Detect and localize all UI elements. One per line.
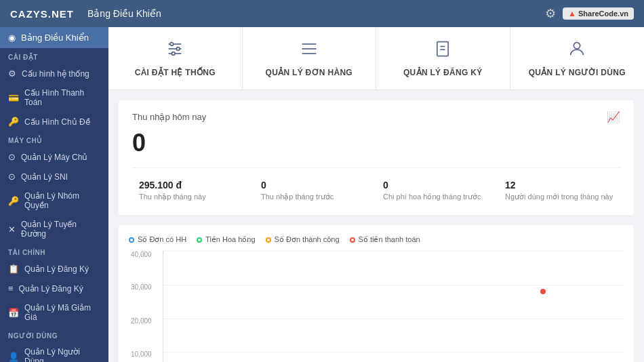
sidebar-item-label: Cấu hình hệ thống xyxy=(22,69,89,79)
chart-red-dot xyxy=(540,289,546,294)
stat-value-3: 12 xyxy=(505,180,613,190)
section-title-maychu: MÁY CHỦ xyxy=(0,132,108,147)
chart-svg xyxy=(163,251,624,362)
sidebar-item-label: Bảng Điều Khiển xyxy=(21,33,89,43)
sharecode-text: ▲ xyxy=(568,9,576,18)
sidebar-item-label: Cấu Hình Thanh Toán xyxy=(24,88,100,107)
legend-label-3: Số tiền thanh toán xyxy=(359,235,420,244)
main-layout: ◉ Bảng Điều Khiển CÀI ĐẶT ⚙ Cấu hình hệ … xyxy=(0,27,644,362)
sidebar-item-qlmagiamgia[interactable]: 📅 Quản Lý Mã Giảm Giá xyxy=(0,298,108,327)
card-nguoidung[interactable]: QUẢN LÝ NGƯỜI DÙNG xyxy=(510,27,645,89)
svg-point-12 xyxy=(574,43,580,49)
sni-icon: ⊙ xyxy=(8,172,16,182)
stat-label-1: Thu nhập tháng trước xyxy=(261,193,369,201)
user-card-icon xyxy=(567,39,586,62)
stat-item-0: 295.100 đ Thu nhập tháng này xyxy=(132,176,254,205)
settings-card-icon xyxy=(165,39,184,62)
income-value: 0 xyxy=(132,129,620,157)
card-label-nguoidung: QUẢN LÝ NGƯỜI DÙNG xyxy=(529,68,626,77)
header: CAZYS.NET Bảng Điều Khiển ⚙ ▲ ShareCode.… xyxy=(0,0,644,27)
sidebar-item-qlsni[interactable]: ⊙ Quản Lý SNI xyxy=(0,167,108,186)
section-title-taichinh: TÀI CHÍNH xyxy=(0,243,108,259)
sharecode-label: ShareCode.vn xyxy=(578,9,628,18)
legend-dot-2 xyxy=(266,237,271,243)
y-label-20000: 20,000 xyxy=(131,317,152,325)
sidebar-item-label: Quản Lý Đăng Ký xyxy=(24,264,89,274)
card-dangky[interactable]: QUẢN LÝ ĐĂNG KÝ xyxy=(376,27,510,89)
svg-point-4 xyxy=(177,47,180,51)
trend-icon: 📈 xyxy=(607,110,620,123)
sidebar: ◉ Bảng Điều Khiển CÀI ĐẶT ⚙ Cấu hình hệ … xyxy=(0,27,108,362)
legend-item-2: Số Đơn thành công xyxy=(266,235,340,244)
card-label-caidat: CÀI ĐẶT HỆ THỐNG xyxy=(135,68,216,77)
legend-item-3: Số tiền thanh toán xyxy=(350,235,420,244)
income-section: Thu nhập hôm nay 📈 0 295.100 đ Thu nhập … xyxy=(119,100,634,215)
list-icon: ≡ xyxy=(8,283,14,294)
section-title-nguoidung: NGƯỜI DÙNG xyxy=(0,327,108,342)
legend-label-2: Số Đơn thành công xyxy=(275,235,340,244)
svg-point-3 xyxy=(170,43,174,46)
stat-label-2: Chi phí hoa hồng tháng trước xyxy=(383,193,491,201)
legend-item-1: Tiền Hoa hồng xyxy=(197,235,256,244)
gear-icon[interactable]: ⚙ xyxy=(545,6,556,21)
card-caidat[interactable]: CÀI ĐẶT HỆ THỐNG xyxy=(108,27,243,89)
sidebar-item-label: Quản Lý SNI xyxy=(21,172,68,182)
user-icon: 👤 xyxy=(8,352,19,362)
income-stats: 295.100 đ Thu nhập tháng này 0 Thu nhập … xyxy=(132,167,620,205)
dashboard-icon: ◉ xyxy=(8,33,16,43)
sidebar-item-qlnguoidung[interactable]: 👤 Quản Lý Người Dùng xyxy=(0,342,108,362)
sidebar-item-label: Quản Lý Mã Giảm Giá xyxy=(24,303,100,322)
stat-value-1: 0 xyxy=(261,180,369,190)
svg-point-5 xyxy=(172,52,176,56)
sidebar-item-chude[interactable]: 🔑 Cấu Hình Chủ Đề xyxy=(0,112,108,132)
chart-wrapper: 40,000 30,000 20,000 10,000 xyxy=(163,251,624,362)
stat-label-3: Người dùng mới trong tháng này xyxy=(505,193,613,201)
sidebar-item-qlmaychu[interactable]: ⊙ Quản Lý Máy Chủ xyxy=(0,147,108,167)
legend-dot-3 xyxy=(350,237,355,243)
dashboard: Thu nhập hôm nay 📈 0 295.100 đ Thu nhập … xyxy=(108,90,644,362)
sharecode-badge: ▲ ShareCode.vn xyxy=(563,7,634,20)
sidebar-item-label: Quản Lý Đăng Ký xyxy=(19,284,83,294)
group-icon: 🔑 xyxy=(8,196,19,206)
stat-value-0: 295.100 đ xyxy=(139,180,247,190)
income-label-text: Thu nhập hôm nay xyxy=(132,112,206,122)
sidebar-item-label: Cấu Hình Chủ Đề xyxy=(24,117,90,127)
key-icon: 🔑 xyxy=(8,117,19,127)
coupon-icon: 📅 xyxy=(8,308,19,318)
sidebar-item-thanhtoan[interactable]: 💳 Cấu Hình Thanh Toán xyxy=(0,83,108,112)
sidebar-item-label: Quản Lý Tuyến Đường xyxy=(21,220,100,239)
sidebar-item-qltuyenduong[interactable]: ✕ Quản Lý Tuyến Đường xyxy=(0,215,108,243)
stat-value-2: 0 xyxy=(383,180,491,190)
logo: CAZYS.NET xyxy=(10,8,74,20)
sidebar-item-qldangky2[interactable]: ≡ Quản Lý Đăng Ký xyxy=(0,279,108,298)
sidebar-item-dashboard[interactable]: ◉ Bảng Điều Khiển xyxy=(0,27,108,48)
order-card-icon xyxy=(300,39,319,62)
legend-item-0: Số Đơn có HH xyxy=(129,235,186,244)
sidebar-item-qldangky1[interactable]: 📋 Quản Lý Đăng Ký xyxy=(0,259,108,279)
register-icon: 📋 xyxy=(8,264,19,274)
sidebar-item-label: Quản Lý Người Dùng xyxy=(24,347,100,362)
sidebar-item-label: Quản Lý Nhóm Quyền xyxy=(24,191,100,210)
legend-dot-0 xyxy=(129,237,134,243)
card-donhang[interactable]: QUẢN LÝ ĐƠN HÀNG xyxy=(243,27,377,89)
svg-rect-9 xyxy=(437,42,448,56)
sidebar-item-label: Quản Lý Máy Chủ xyxy=(21,153,87,162)
legend-label-1: Tiền Hoa hồng xyxy=(205,235,256,244)
y-label-30000: 30,000 xyxy=(131,283,152,291)
register-card-icon xyxy=(433,39,452,62)
sidebar-item-cauhinh[interactable]: ⚙ Cấu hình hệ thống xyxy=(0,64,108,83)
card-label-dangky: QUẢN LÝ ĐĂNG KÝ xyxy=(403,68,483,77)
chart-legend: Số Đơn có HH Tiền Hoa hồng Số Đơn thành … xyxy=(129,235,624,244)
income-header: Thu nhập hôm nay 📈 xyxy=(132,110,620,123)
stat-label-0: Thu nhập tháng này xyxy=(139,193,247,201)
sidebar-item-qlnhomquyen[interactable]: 🔑 Quản Lý Nhóm Quyền xyxy=(0,186,108,215)
chart-area: 40,000 30,000 20,000 10,000 xyxy=(163,251,624,362)
section-title-caidat: CÀI ĐẶT xyxy=(0,48,108,64)
header-right: ⚙ ▲ ShareCode.vn xyxy=(545,6,634,21)
stat-item-3: 12 Người dùng mới trong tháng này xyxy=(498,176,620,205)
top-cards: CÀI ĐẶT HỆ THỐNG QUẢN LÝ ĐƠN HÀNG xyxy=(108,27,644,90)
route-icon: ✕ xyxy=(8,224,16,235)
legend-label-0: Số Đơn có HH xyxy=(138,235,186,244)
card-label-donhang: QUẢN LÝ ĐƠN HÀNG xyxy=(266,68,353,77)
payment-icon: 💳 xyxy=(8,93,19,103)
